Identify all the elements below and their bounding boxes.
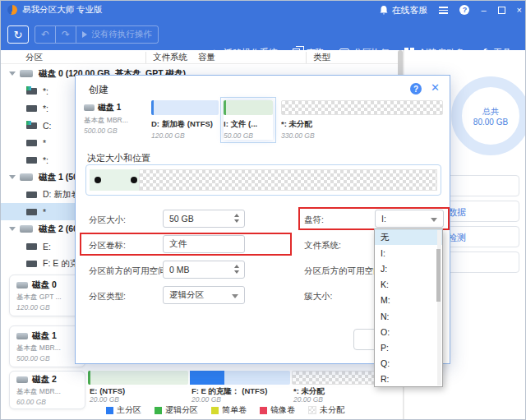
slider-handle-left[interactable] <box>95 177 101 183</box>
partition-legend: 主分区 逻辑分区 简单卷 镜像卷 未分配 <box>106 404 344 416</box>
help-button[interactable]: ? <box>459 5 469 15</box>
dropdown-option[interactable]: R: <box>375 372 442 387</box>
disk-icon <box>20 173 33 181</box>
partition-icon <box>26 122 37 129</box>
dialog-title: 创建 <box>89 83 108 97</box>
partition-icon <box>26 105 37 112</box>
app-logo-icon <box>7 5 17 15</box>
dropdown-option[interactable]: P: <box>375 339 442 355</box>
legend-simple: 简单卷 <box>211 404 247 416</box>
col-capacity: 容量 <box>198 52 215 63</box>
list-icon <box>439 7 448 14</box>
stepper-icon[interactable] <box>234 214 239 223</box>
partition-icon <box>26 88 37 95</box>
size-label: 分区大小: <box>89 215 126 226</box>
dropdown-scrollbar[interactable] <box>437 230 441 385</box>
dropdown-option[interactable]: O: <box>375 324 442 339</box>
play-icon <box>82 31 87 38</box>
dropdown-option-none[interactable]: 无 <box>375 229 442 245</box>
slider-handle-right[interactable] <box>131 177 137 183</box>
size-input[interactable]: 50 GB <box>163 210 245 228</box>
legend-color-swatch <box>106 407 113 414</box>
disk2-card[interactable]: 磁盘 2 基本盘 MBR... 60.00 GB <box>9 371 85 409</box>
col-partition: 分区 <box>25 52 43 63</box>
collapse-icon[interactable] <box>9 175 16 179</box>
legend-mirror: 镜像卷 <box>260 404 295 416</box>
partition-segment-f[interactable] <box>190 371 290 385</box>
collapse-icon[interactable] <box>9 72 16 76</box>
col-type: 类型 <box>306 52 330 63</box>
legend-unallocated: 未分配 <box>308 404 344 416</box>
online-service-button[interactable]: 在线客服 <box>380 4 427 16</box>
help-icon: ? <box>459 5 469 15</box>
dropdown-option[interactable]: M: <box>375 293 442 308</box>
strip-tile-i-selected[interactable]: I: 文件 (... 50.00 GB <box>224 100 273 140</box>
scrollbar-thumb[interactable] <box>436 249 441 302</box>
section-title: 决定大小和位置 <box>87 152 150 164</box>
capacity-donut-chart: 总共 80.00 GB <box>451 76 526 155</box>
space-before-label: 分区前方的可用空间: <box>89 265 168 277</box>
partition-segment-unallocated[interactable] <box>292 371 387 385</box>
space-before-input[interactable]: 0 MB <box>163 261 245 279</box>
partition-type-select[interactable]: 逻辑分区 <box>163 286 245 304</box>
partition-icon <box>26 243 37 250</box>
title-bar: 易我分区大师 专业版 在线客服 ? – × <box>1 1 526 19</box>
dialog-close-icon[interactable]: ✕ <box>431 81 440 94</box>
stepper-icon[interactable] <box>234 265 239 274</box>
legend-logical: 逻辑分区 <box>155 404 198 416</box>
partition-icon <box>26 209 37 215</box>
maximize-button[interactable] <box>498 7 505 14</box>
strip-tile-d[interactable]: D: 新加卷 (NTFS) 120.00 GB <box>151 100 219 140</box>
close-button[interactable]: × <box>517 5 522 15</box>
partition-icon <box>26 157 37 164</box>
dropdown-option[interactable]: J: <box>375 261 442 276</box>
redo-button[interactable]: ↷ <box>55 26 76 43</box>
partition-icon <box>26 140 37 146</box>
minimize-button[interactable]: – <box>481 5 486 15</box>
dropdown-option[interactable]: N: <box>375 308 442 324</box>
strip-tile-unallocated[interactable]: *: 未分配 330.00 GB <box>281 100 443 140</box>
drive-letter-select[interactable]: I: <box>375 210 444 228</box>
disk-icon <box>20 70 33 77</box>
refresh-button[interactable]: ↻ <box>7 25 29 44</box>
legend-primary: 主分区 <box>106 404 141 416</box>
toolbar: ↻ ↶ ↷ 没有待执行操作 ⇆ 迁移操作系统 克隆 分区恢复 <box>1 19 526 50</box>
cluster-size-label: 簇大小: <box>304 291 332 302</box>
disk-icon <box>16 333 28 339</box>
total-label: 总共 <box>482 106 499 118</box>
dropdown-option[interactable]: I: <box>375 245 442 261</box>
dropdown-option[interactable]: Q: <box>375 356 442 372</box>
dialog-help-icon[interactable]: ? <box>410 83 422 95</box>
legend-color-swatch <box>308 406 316 414</box>
disk-icon <box>16 376 28 383</box>
list-scrollbar[interactable] <box>398 50 403 78</box>
volume-label-input[interactable]: 文件 <box>163 235 245 253</box>
partition-type-label: 分区类型: <box>89 291 126 302</box>
list-header: 分区 文件系统 容量 类型 <box>1 50 403 64</box>
operation-queue-group: ↶ ↷ 没有待执行操作 <box>35 25 159 44</box>
pending-operations-button[interactable]: 没有待执行操作 <box>76 26 158 43</box>
partition-segment-e[interactable] <box>88 371 188 385</box>
size-position-slider[interactable] <box>85 164 441 196</box>
disk-icon <box>16 282 28 288</box>
collapse-icon[interactable] <box>9 227 16 231</box>
bell-icon <box>380 6 388 15</box>
disk-icon <box>20 225 33 233</box>
disk-layout-strip: 磁盘 1 基本盘 MBR... 500.00 GB D: 新加卷 (NTFS) … <box>84 100 443 140</box>
maximize-icon <box>498 7 505 14</box>
volume-label-label: 分区卷标: <box>89 240 126 252</box>
strip-disk-card: 磁盘 1 基本盘 MBR... 500.00 GB <box>84 102 143 135</box>
filesystem-label: 文件系统: <box>304 240 341 252</box>
chevron-down-icon <box>232 294 238 298</box>
dropdown-option[interactable]: K: <box>375 277 442 293</box>
legend-color-swatch <box>155 407 162 414</box>
slider-unallocated-range <box>139 169 437 191</box>
legend-color-swatch <box>211 407 219 414</box>
disk-map-row-disk2[interactable]: 磁盘 2 基本盘 MBR... 60.00 GB E: (NTFS) 20.00… <box>7 371 520 404</box>
app-window: 易我分区大师 专业版 在线客服 ? – × ↻ ↶ ↷ 没有待执行操作 ⇆ <box>0 0 526 420</box>
undo-button[interactable]: ↶ <box>35 26 55 43</box>
menu-list-button[interactable] <box>439 7 448 14</box>
partition-icon <box>26 192 37 198</box>
chevron-down-icon <box>431 218 437 222</box>
legend-color-swatch <box>260 407 267 414</box>
